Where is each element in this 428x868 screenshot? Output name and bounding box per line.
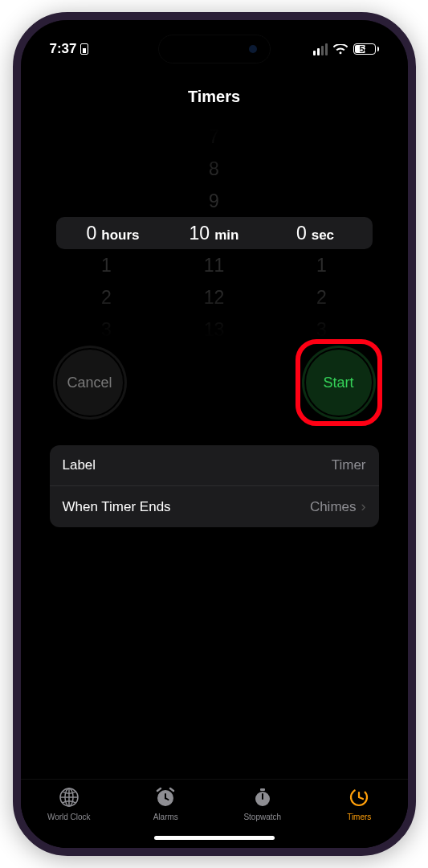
picker-seconds-value: 0 — [296, 223, 307, 244]
label-value: Timer — [332, 457, 366, 473]
globe-icon — [58, 786, 80, 810]
picker-seconds-unit: sec — [312, 227, 334, 244]
end-value: Chimes — [310, 499, 357, 515]
tab-alarms[interactable]: Alarms — [117, 786, 214, 821]
tab-label: Stopwatch — [243, 813, 281, 821]
camera-dot — [249, 45, 257, 53]
start-button[interactable]: Start — [302, 346, 376, 420]
end-title: When Timer Ends — [63, 499, 171, 515]
when-timer-ends-row[interactable]: When Timer Ends Chimes › — [50, 485, 379, 527]
cancel-label: Cancel — [67, 375, 112, 391]
status-time: 7:37 — [50, 41, 77, 57]
home-indicator[interactable] — [154, 836, 275, 840]
tab-label: Alarms — [153, 813, 178, 821]
screen: 7:37 58 Timers — [21, 20, 408, 848]
picker-selection-band: 0 hours 10 min 0 sec — [56, 217, 373, 249]
tab-world-clock[interactable]: World Clock — [21, 786, 118, 821]
svg-rect-11 — [260, 788, 265, 791]
timer-icon — [348, 786, 370, 810]
picker-minutes-value: 10 — [190, 223, 210, 244]
tab-label: Timers — [347, 813, 371, 821]
wifi-icon — [333, 44, 348, 55]
alarm-icon — [154, 786, 177, 810]
dynamic-island — [158, 35, 271, 63]
label-row[interactable]: Label Timer — [50, 445, 379, 485]
start-label: Start — [323, 375, 353, 391]
cancel-button[interactable]: Cancel — [53, 346, 127, 420]
chevron-right-icon: › — [361, 498, 366, 515]
phone-frame: 7:37 58 Timers — [13, 12, 416, 856]
svg-line-15 — [359, 797, 363, 799]
tab-stopwatch[interactable]: Stopwatch — [214, 786, 312, 821]
page-title: Timers — [21, 68, 408, 117]
low-power-icon — [80, 43, 88, 55]
battery-icon: 58 — [353, 43, 379, 55]
time-picker[interactable]: 01234567891011121314151617181920212223 0… — [21, 129, 408, 338]
tab-label: World Clock — [47, 813, 91, 821]
stopwatch-icon — [251, 786, 274, 810]
settings-card: Label Timer When Timer Ends Chimes › — [50, 445, 379, 527]
label-title: Label — [63, 457, 96, 473]
tab-timers[interactable]: Timers — [311, 786, 408, 821]
picker-hours-unit: hours — [101, 227, 139, 244]
cell-signal-icon — [313, 43, 328, 55]
picker-minutes-unit: min — [214, 227, 238, 244]
picker-hours-value: 0 — [86, 223, 96, 244]
